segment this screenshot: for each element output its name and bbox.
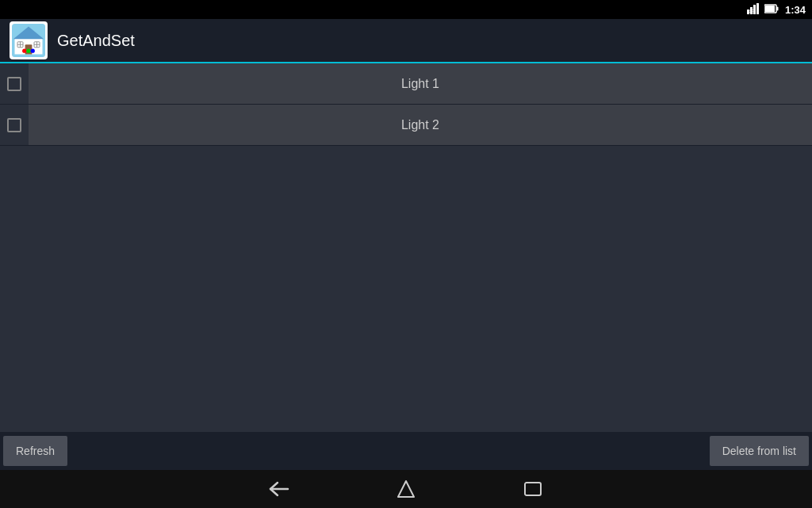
list-item-label-container-2[interactable]: Light 2 [29,105,812,145]
main-content: Light 1 Light 2 [0,63,812,432]
list-item-checkbox-1[interactable] [0,63,29,105]
nav-bar [0,470,812,508]
list-item-label-1: Light 1 [401,77,439,91]
status-bar: 3G 1:34 [0,0,812,19]
list-item-checkbox-2[interactable] [0,105,29,146]
list-item-label-container-1[interactable]: Light 1 [29,63,812,104]
svg-point-20 [31,49,35,53]
svg-point-18 [22,49,26,53]
action-bar: Refresh Delete from list [0,432,812,470]
recents-button[interactable] [517,473,549,505]
back-button[interactable] [263,473,295,505]
svg-rect-23 [525,483,541,495]
list-item[interactable]: Light 2 [0,105,812,146]
delete-from-list-button[interactable]: Delete from list [710,436,809,466]
checkbox-box[interactable] [7,118,21,132]
svg-rect-3 [756,3,759,14]
svg-rect-6 [776,7,778,11]
svg-text:3G: 3G [747,9,754,14]
home-button[interactable] [390,473,422,505]
svg-rect-7 [765,6,775,12]
refresh-button[interactable]: Refresh [3,436,67,466]
svg-point-19 [26,49,30,53]
signal-strength-icon: 3G [747,3,761,16]
list-item[interactable]: Light 1 [0,63,812,105]
battery-icon [764,4,779,15]
app-bar: GetAndSet [0,19,812,63]
svg-marker-22 [398,481,414,497]
app-title: GetAndSet [57,32,135,50]
app-icon [10,21,48,59]
list-item-label-2: Light 2 [401,118,439,132]
checkbox-box[interactable] [7,77,21,91]
status-time: 1:34 [785,4,806,16]
